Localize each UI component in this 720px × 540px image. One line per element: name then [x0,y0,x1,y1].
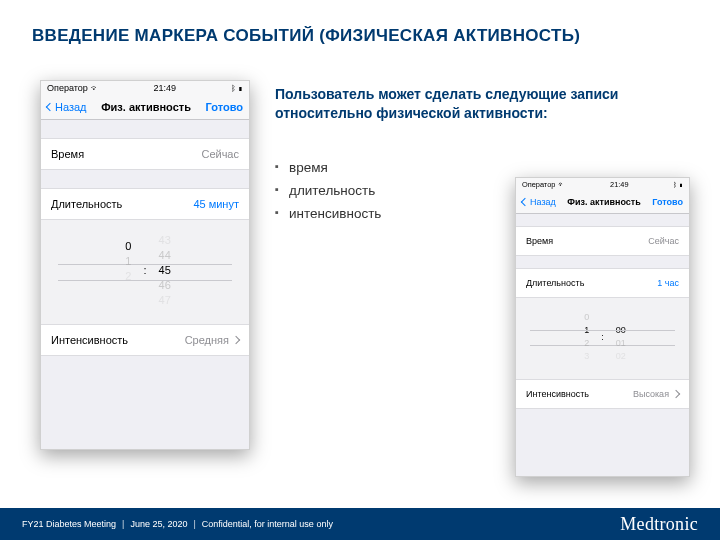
row-label: Время [526,236,553,246]
chevron-right-icon [232,336,240,344]
picker-colon: : [141,264,148,276]
bullet-item: интенсивность [275,206,381,221]
back-label: Назад [55,101,87,113]
row-value: Высокая [633,389,679,399]
nav-bar: Назад Физ. активность Готово [41,95,249,120]
row-label: Интенсивность [526,389,589,399]
slide-footer: FY21 Diabetes Meeting|June 25, 2020|Conf… [0,508,720,540]
row-value: 45 минут [193,198,239,210]
row-intensity[interactable]: Интенсивность Высокая [516,379,689,409]
bluetooth-icon: ᛒ ▮ [231,84,243,93]
chevron-left-icon [521,198,529,206]
row-value: 1 час [657,278,679,288]
bullet-list: время длительность интенсивность [275,160,381,229]
nav-title: Физ. активность [101,101,191,113]
carrier-label: Оператор [522,180,555,189]
chevron-right-icon [672,390,680,398]
row-value: Сейчас [201,148,239,160]
wifi-icon: ᯤ [91,84,99,93]
picker-cell-selected: 45 [159,264,171,276]
back-button[interactable]: Назад [522,197,556,207]
bluetooth-icon: ᛒ ▮ [673,181,683,188]
picker-cell: 46 [159,279,171,291]
clock: 21:49 [610,180,628,189]
duration-picker[interactable]: 0 1 2 3 : 00 01 02 [516,298,689,379]
bullet-item: длительность [275,183,381,198]
clock: 21:49 [153,83,176,93]
row-duration[interactable]: Длительность 1 час [516,268,689,298]
picker-colon: : [599,332,606,342]
row-value: Сейчас [648,236,679,246]
carrier-label: Оператор [47,83,88,93]
status-bar: Операторᯤ 21:49 ᛒ ▮ [516,178,689,191]
picker-cell: 2 [125,270,131,282]
brand-logo: Medtronic [620,514,698,535]
done-button[interactable]: Готово [652,197,683,207]
row-label: Время [51,148,84,160]
back-label: Назад [530,197,556,207]
footer-left: FY21 Diabetes Meeting|June 25, 2020|Conf… [22,519,333,529]
nav-bar: Назад Физ. активность Готово [516,191,689,214]
done-button[interactable]: Готово [206,101,243,113]
row-label: Длительность [526,278,584,288]
picker-cell-selected: 0 [125,240,131,252]
picker-cell: 1 [125,255,131,267]
slide-title: ВВЕДЕНИЕ МАРКЕРА СОБЫТИЙ (ФИЗИЧЕСКАЯ АКТ… [32,26,580,46]
picker-cell: 43 [159,234,171,246]
picker-cell: 01 [616,338,626,348]
picker-cell: 44 [159,249,171,261]
picker-cell: 0 [584,312,589,322]
picker-cell: 02 [616,351,626,361]
chevron-left-icon [46,103,54,111]
picker-cell: 47 [159,294,171,306]
row-label: Интенсивность [51,334,128,346]
row-label: Длительность [51,198,122,210]
phone-mockup-small: Операторᯤ 21:49 ᛒ ▮ Назад Физ. активност… [515,177,690,477]
nav-title: Физ. активность [567,197,640,207]
row-value: Средняя [185,334,239,346]
row-time[interactable]: Время Сейчас [516,226,689,256]
wifi-icon: ᯤ [558,181,565,188]
duration-picker[interactable]: 0 1 2 : 43 44 45 46 47 [41,220,249,324]
phone-mockup-large: Операторᯤ 21:49 ᛒ ▮ Назад Физ. активност… [40,80,250,450]
picker-cell: 2 [584,338,589,348]
status-bar: Операторᯤ 21:49 ᛒ ▮ [41,81,249,95]
row-intensity[interactable]: Интенсивность Средняя [41,324,249,356]
bullet-item: время [275,160,381,175]
intro-text: Пользователь может сделать следующие зап… [275,85,685,123]
row-time[interactable]: Время Сейчас [41,138,249,170]
back-button[interactable]: Назад [47,101,87,113]
row-duration[interactable]: Длительность 45 минут [41,188,249,220]
picker-cell: 3 [584,351,589,361]
